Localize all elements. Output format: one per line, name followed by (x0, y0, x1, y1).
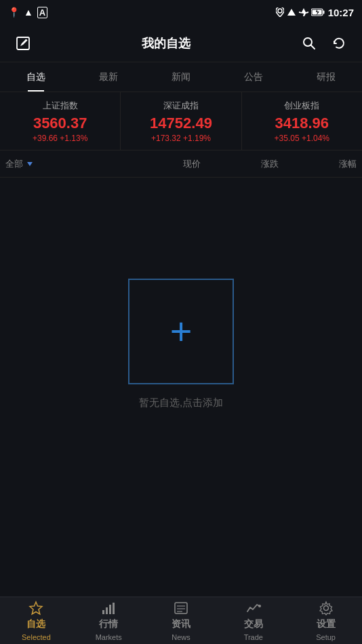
svg-rect-11 (113, 603, 115, 614)
tab-latest[interactable]: 最新 (73, 62, 145, 92)
location-pin-icon (276, 7, 284, 17)
plus-icon: + (170, 313, 193, 350)
sort-arrow-icon (27, 162, 33, 166)
wifi-icon: ▲ (24, 7, 33, 18)
tab-research[interactable]: 研报 (289, 62, 362, 92)
index-change-shanghai: +39.66 +1.13% (33, 134, 87, 143)
list-header: 全部 现价 涨跌 涨幅 (0, 150, 362, 178)
tab-watchlist[interactable]: 自选 (0, 62, 73, 92)
col-price[interactable]: 现价 (123, 158, 201, 170)
svg-rect-3 (323, 11, 324, 14)
airplane-icon (299, 7, 308, 17)
location-icon: 📍 (8, 7, 20, 18)
bottom-nav-news[interactable]: 资讯 News (145, 597, 218, 644)
index-cell-shanghai[interactable]: 上证指数 3560.37 +39.66 +1.13% (0, 92, 120, 150)
battery-charging-icon (311, 8, 325, 16)
index-change-chinext: +35.05 +1.04% (275, 134, 329, 143)
add-watchlist-button[interactable]: + (128, 279, 234, 384)
signal-icons (276, 7, 325, 17)
svg-point-0 (278, 9, 282, 13)
tab-announcements[interactable]: 公告 (217, 62, 289, 92)
bottom-nav-trade-label: 交易 (244, 618, 263, 630)
bottom-nav-setup-sublabel: Setup (316, 633, 336, 641)
col-change[interactable]: 涨跌 (201, 158, 279, 170)
news-nav-icon (174, 601, 188, 616)
index-name-shenzhen: 深证成指 (163, 100, 199, 112)
setup-nav-icon (319, 601, 334, 616)
nav-tabs: 自选 最新 新闻 公告 研报 (0, 62, 362, 92)
svg-marker-1 (287, 9, 296, 16)
svg-rect-10 (109, 605, 111, 614)
bottom-nav-markets-sublabel: Markets (96, 633, 122, 641)
bottom-nav-watchlist-sublabel: Selected (22, 633, 51, 641)
refresh-button[interactable] (327, 31, 351, 56)
bottom-nav-markets-label: 行情 (99, 618, 118, 630)
col-all[interactable]: 全部 (5, 158, 123, 170)
svg-marker-7 (30, 602, 42, 614)
svg-rect-8 (102, 610, 104, 614)
index-value-shenzhen: 14752.49 (150, 115, 212, 132)
trade-nav-icon (246, 601, 261, 616)
bottom-nav-markets[interactable]: 行情 Markets (73, 597, 145, 644)
time-display: 10:27 (328, 7, 354, 18)
status-bar: 📍 ▲ A 10:27 (0, 0, 362, 24)
main-content: + 暂无自选,点击添加 (0, 178, 362, 510)
index-cell-shenzhen[interactable]: 深证成指 14752.49 +173.32 +1.19% (120, 92, 241, 150)
tab-news[interactable]: 新闻 (145, 62, 218, 92)
markets-nav-icon (101, 601, 116, 616)
bottom-nav-trade-sublabel: Trade (244, 633, 263, 641)
bottom-nav-setup[interactable]: 设置 Setup (289, 597, 362, 644)
empty-state-hint: 暂无自选,点击添加 (139, 397, 223, 409)
bottom-nav-news-sublabel: News (172, 633, 190, 641)
index-value-shanghai: 3560.37 (33, 115, 87, 132)
bottom-nav-news-label: 资讯 (172, 618, 190, 630)
status-left-icons: 📍 ▲ A (8, 7, 47, 18)
bottom-nav-trade[interactable]: 交易 Trade (217, 597, 289, 644)
wifi-signal-icon (287, 8, 296, 16)
bottom-nav-setup-label: 设置 (317, 618, 336, 630)
bottom-nav-watchlist-label: 自选 (26, 618, 45, 630)
svg-point-17 (323, 605, 328, 610)
app-header: 我的自选 (0, 24, 362, 62)
index-change-shenzhen: +173.32 +1.19% (151, 134, 211, 143)
search-button[interactable] (297, 31, 321, 56)
bottom-nav: 自选 Selected 行情 Markets 资讯 News 交易 Trade (0, 597, 362, 644)
svg-rect-9 (106, 607, 108, 614)
index-cell-chinext[interactable]: 创业板指 3418.96 +35.05 +1.04% (241, 92, 362, 150)
page-title: 我的自选 (35, 35, 297, 52)
watchlist-nav-icon (28, 601, 43, 616)
index-name-shanghai: 上证指数 (43, 100, 78, 112)
col-pct-change[interactable]: 涨幅 (279, 158, 357, 170)
indices-row: 上证指数 3560.37 +39.66 +1.13% 深证成指 14752.49… (0, 92, 362, 150)
index-value-chinext: 3418.96 (275, 115, 329, 132)
app-icon: A (37, 7, 47, 18)
svg-point-16 (258, 605, 261, 607)
status-right-info: 10:27 (276, 7, 354, 18)
bottom-nav-watchlist[interactable]: 自选 Selected (0, 597, 73, 644)
index-name-chinext: 创业板指 (284, 100, 319, 112)
edit-button[interactable] (11, 31, 35, 56)
